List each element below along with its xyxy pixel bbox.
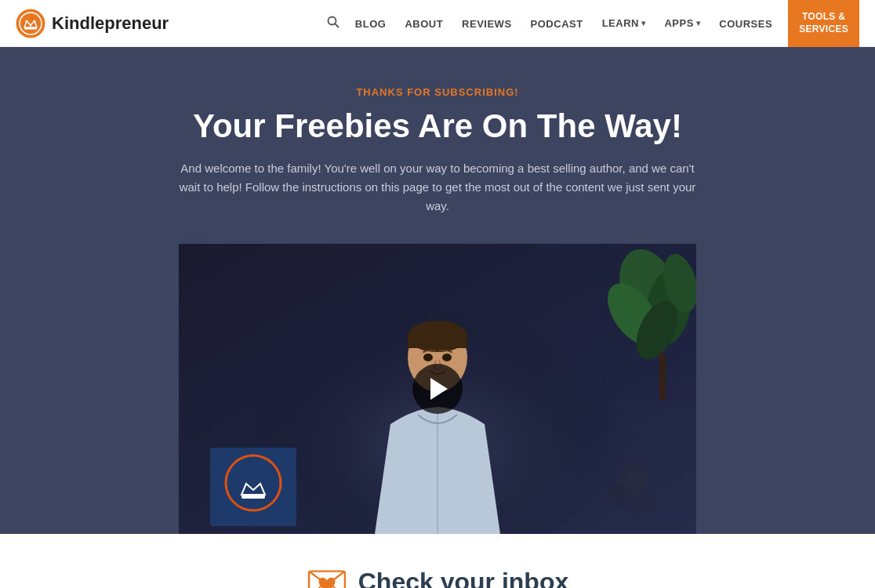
nav-about-link[interactable]: ABOUT (405, 18, 443, 30)
svg-rect-16 (659, 354, 666, 401)
nav-item-reviews[interactable]: REVIEWS (462, 16, 511, 31)
nav-podcast-link[interactable]: PODCAST (531, 18, 583, 30)
hero-description: And welcome to the family! You're well o… (171, 159, 704, 216)
svg-point-29 (627, 488, 655, 517)
nav-learn-link[interactable]: LEARN ▾ (602, 17, 646, 29)
svg-line-8 (335, 24, 338, 27)
svg-rect-26 (241, 495, 265, 499)
svg-rect-23 (210, 448, 296, 526)
hero-subtitle: THANKS FOR SUBSCRIBING! (16, 86, 859, 98)
svg-point-4 (26, 20, 28, 22)
nav-item-apps[interactable]: APPS ▾ (664, 17, 700, 29)
nav-right: BLOG ABOUT REVIEWS PODCAST LEARN ▾ APPS … (327, 0, 859, 47)
video-play-button[interactable] (412, 364, 463, 414)
below-hero-section: Check your inbox (0, 534, 875, 588)
hero-title: Your Freebies Are On The Way! (16, 107, 859, 145)
svg-point-5 (30, 24, 32, 26)
svg-point-22 (442, 354, 452, 361)
navbar: Kindlepreneur BLOG ABOUT REVIEWS PODCAST… (0, 0, 875, 47)
apps-chevron: ▾ (696, 19, 701, 27)
check-inbox-container: Check your inbox (16, 565, 859, 588)
tools-services-button[interactable]: TOOLS &SERVICES (788, 0, 859, 47)
nav-item-blog[interactable]: BLOG (355, 16, 387, 31)
svg-point-0 (16, 9, 45, 38)
logo-icon (16, 9, 45, 38)
nav-links: BLOG ABOUT REVIEWS PODCAST LEARN ▾ APPS … (355, 16, 772, 31)
nav-item-about[interactable]: ABOUT (405, 16, 443, 31)
nav-courses-link[interactable]: COURSES (719, 18, 772, 30)
inbox-envelope-icon (307, 565, 347, 588)
nav-item-podcast[interactable]: PODCAST (531, 16, 583, 31)
logo-text: Kindlepreneur (52, 13, 169, 34)
learn-chevron: ▾ (641, 19, 646, 27)
svg-rect-19 (408, 336, 467, 348)
svg-point-6 (34, 20, 36, 22)
hero-section: THANKS FOR SUBSCRIBING! Your Freebies Ar… (0, 47, 875, 534)
nav-item-learn[interactable]: LEARN ▾ (602, 17, 646, 29)
svg-rect-3 (24, 27, 37, 30)
nav-reviews-link[interactable]: REVIEWS (462, 18, 511, 30)
logo-link[interactable]: Kindlepreneur (16, 9, 169, 38)
check-inbox-text: Check your inbox (358, 568, 569, 588)
search-icon[interactable] (327, 16, 339, 31)
svg-point-21 (423, 354, 433, 361)
nav-blog-link[interactable]: BLOG (355, 18, 387, 30)
video-player[interactable] (179, 244, 696, 534)
nav-apps-link[interactable]: APPS ▾ (664, 17, 700, 29)
nav-item-courses[interactable]: COURSES (719, 16, 772, 31)
svg-point-28 (606, 483, 630, 506)
play-icon (430, 378, 448, 400)
